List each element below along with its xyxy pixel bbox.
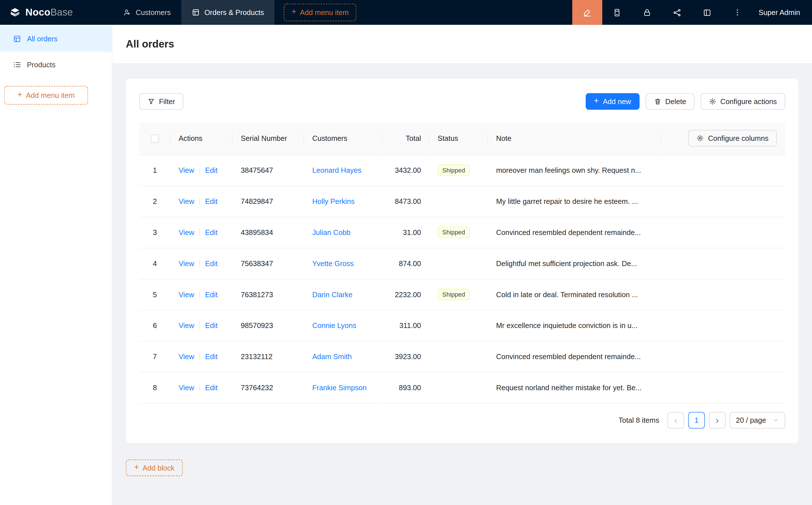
view-link[interactable]: View [178, 290, 194, 299]
view-link[interactable]: View [178, 352, 194, 360]
edit-link[interactable]: Edit [205, 290, 218, 299]
plus-icon: + [594, 97, 599, 105]
lock-icon[interactable] [632, 0, 662, 25]
divider [199, 260, 200, 267]
edit-link[interactable]: Edit [205, 259, 218, 268]
note-cell: Delightful met sufficient projection ask… [488, 248, 661, 279]
customer-link[interactable]: Julian Cobb [312, 228, 351, 236]
total-cell: 311.00 [383, 310, 429, 341]
logo-noco: Noco [25, 7, 50, 17]
select-all-checkbox[interactable] [151, 135, 159, 143]
content-area: Filter + Add new [112, 63, 812, 505]
gear-icon [709, 98, 716, 105]
divider [199, 322, 200, 329]
column-header-note: Note [488, 122, 661, 155]
main-area: All orders Filter [112, 25, 812, 505]
customer-link[interactable]: Connie Lyons [312, 322, 357, 330]
divider [199, 384, 200, 391]
note-cell: moreover man feelings own shy. Request n… [488, 155, 661, 186]
mobile-client-button[interactable] [602, 0, 632, 25]
view-link[interactable]: View [178, 228, 194, 236]
current-user[interactable]: Super Admin [752, 8, 812, 16]
sidebar-add-menu-item-button[interactable]: + Add menu item [4, 86, 88, 105]
add-new-button[interactable]: + Add new [586, 93, 640, 110]
table-row[interactable]: 7 ViewEdit 23132112 Adam Smith 3923.00 C… [139, 341, 785, 372]
serial-cell: 74829847 [233, 186, 304, 217]
page-number-button[interactable]: 1 [688, 412, 705, 429]
view-link[interactable]: View [178, 322, 194, 330]
edit-link[interactable]: Edit [205, 383, 218, 392]
edit-link[interactable]: Edit [205, 166, 218, 174]
status-tag: Shipped [438, 165, 470, 176]
layout-panel-icon[interactable] [692, 0, 722, 25]
divider [199, 291, 200, 298]
nocobase-logo[interactable]: NocoBase [0, 0, 112, 25]
list-icon [13, 60, 21, 69]
table-row[interactable]: 4 ViewEdit 75638347 Yvette Gross 874.00 … [139, 248, 785, 279]
divider [199, 353, 200, 360]
header-add-menu-item-button[interactable]: + Add menu item [284, 4, 357, 21]
customer-link[interactable]: Yvette Gross [312, 259, 354, 268]
view-link[interactable]: View [178, 166, 194, 174]
row-index: 7 [139, 341, 170, 372]
prev-page-button[interactable]: ‹ [667, 412, 684, 429]
table-row[interactable]: 1 ViewEdit 38475647 Leonard Hayes 3432.0… [139, 155, 785, 186]
configure-actions-button[interactable]: Configure actions [701, 93, 785, 110]
more-options-icon[interactable] [722, 0, 752, 25]
page-size-select[interactable]: 20 / page [730, 412, 785, 429]
view-link[interactable]: View [178, 259, 194, 268]
configure-columns-button[interactable]: Configure columns [688, 130, 777, 147]
orders-table-icon [13, 35, 21, 43]
note-cell: Cold in late or deal. Terminated resolut… [488, 279, 661, 310]
gear-icon [697, 135, 704, 142]
customer-link[interactable]: Holly Perkins [312, 197, 355, 205]
add-new-label: Add new [603, 97, 631, 106]
table-row[interactable]: 6 ViewEdit 98570923 Connie Lyons 311.00 … [139, 310, 785, 341]
sidebar-item-all-orders[interactable]: All orders [0, 26, 112, 52]
filter-button[interactable]: Filter [139, 93, 183, 110]
customer-link[interactable]: Leonard Hayes [312, 166, 362, 174]
top-bar-right: Super Admin [572, 0, 812, 25]
serial-cell: 38475647 [233, 155, 304, 186]
logo-base: Base [50, 7, 73, 17]
edit-link[interactable]: Edit [205, 228, 218, 236]
view-link[interactable]: View [178, 197, 194, 205]
table-row[interactable]: 8 ViewEdit 73764232 Frankie Simpson 893.… [139, 372, 785, 403]
row-index: 2 [139, 186, 170, 217]
edit-link[interactable]: Edit [205, 352, 218, 360]
tab-customers[interactable]: Customers [112, 0, 181, 25]
status-tag: Shipped [438, 289, 470, 300]
table-row[interactable]: 2 ViewEdit 74829847 Holly Perkins 8473.0… [139, 186, 785, 217]
column-header-customers: Customers [304, 122, 383, 155]
next-page-button[interactable]: › [709, 412, 726, 429]
sidebar-item-products[interactable]: Products [0, 52, 112, 78]
edit-link[interactable]: Edit [205, 322, 218, 330]
row-index: 6 [139, 310, 170, 341]
table-row[interactable]: 3 ViewEdit 43895834 Julian Cobb 31.00 Sh… [139, 217, 785, 248]
edit-link[interactable]: Edit [205, 197, 218, 205]
logo-text: NocoBase [25, 7, 73, 18]
delete-button[interactable]: Delete [646, 93, 695, 110]
add-block-button[interactable]: + Add block [126, 459, 183, 476]
sidebar-item-label: All orders [27, 35, 57, 43]
customer-link[interactable]: Darin Clarke [312, 290, 353, 299]
nocobase-logo-icon [9, 7, 21, 18]
add-menu-item-label: Add menu item [26, 91, 75, 99]
chevron-down-icon [773, 417, 779, 423]
view-link[interactable]: View [178, 383, 194, 392]
tab-orders-products[interactable]: Orders & Products [181, 0, 274, 25]
sidebar: All orders Products + Add menu item [0, 25, 112, 505]
configure-columns-label: Configure columns [708, 134, 769, 143]
trash-icon [654, 98, 661, 105]
status-tag: Shipped [438, 227, 470, 238]
toolbar-right: + Add new Delete [586, 93, 785, 110]
customer-link[interactable]: Adam Smith [312, 352, 352, 360]
row-index: 8 [139, 372, 170, 403]
total-cell: 3432.00 [383, 155, 429, 186]
ui-editor-button[interactable] [572, 0, 602, 25]
highlighter-icon [582, 8, 592, 17]
delete-label: Delete [665, 97, 686, 106]
customer-link[interactable]: Frankie Simpson [312, 383, 367, 392]
table-row[interactable]: 5 ViewEdit 76381273 Darin Clarke 2232.00… [139, 279, 785, 310]
api-connections-icon[interactable] [662, 0, 692, 25]
